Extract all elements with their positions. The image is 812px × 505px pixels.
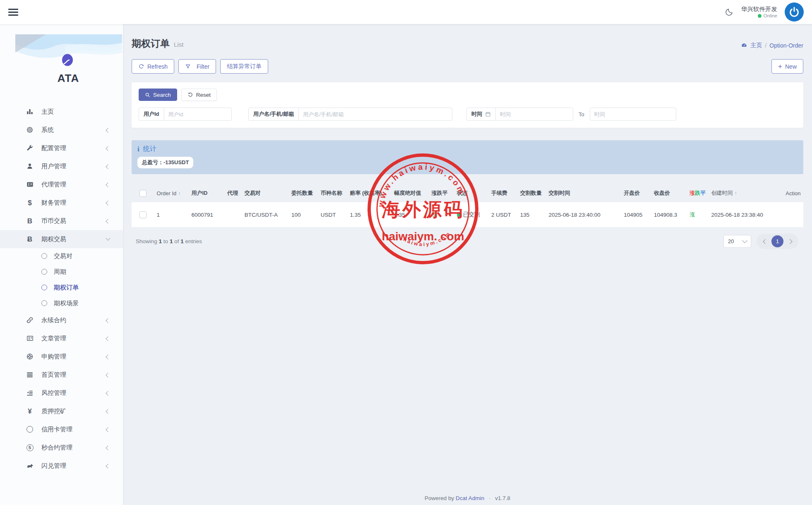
sidebar-item-homepage[interactable]: 首页管理 — [0, 366, 123, 384]
cell-updown: 涨 — [429, 202, 455, 227]
search-card: Search Reset 用户Id 用户名/手机/邮箱 时间 — [132, 82, 803, 128]
filter-button[interactable]: Filter — [178, 59, 216, 74]
refresh-button[interactable]: Refresh — [132, 59, 174, 74]
sidebar-item-label: 秒合约管理 — [41, 444, 72, 452]
entries-summary: Showing 1 to 1 of 1 entries — [136, 238, 202, 244]
sidebar-item-second-contract[interactable]: 5 秒合约管理 — [0, 438, 123, 457]
sidebar-item-credit-card[interactable]: 信用卡管理 — [0, 420, 123, 438]
cell-updown-result: 涨 — [687, 202, 709, 227]
user-name-input[interactable] — [299, 108, 452, 120]
sidebar-item-home[interactable]: 主页 — [0, 103, 123, 121]
radio-circle-icon — [41, 300, 47, 306]
sidebar-item-spot-trade[interactable]: B 币币交易 — [0, 212, 123, 230]
dashboard-icon — [741, 42, 747, 49]
radio-circle-icon — [41, 285, 47, 290]
sidebar-menu: 主页 系统 配置管理 用户管理 代理管 — [0, 103, 123, 475]
radio-circle-icon — [41, 269, 47, 275]
select-all-checkbox[interactable] — [139, 190, 147, 197]
cell-agent — [225, 202, 242, 227]
sidebar-item-label: 周期 — [54, 268, 66, 276]
sidebar-item-option-trade[interactable]: Ƀ 期权交易 — [0, 230, 123, 248]
sidebar-subitem-trading-pair[interactable]: 交易对 — [0, 248, 123, 264]
time-to-input[interactable] — [590, 108, 676, 120]
sidebar-item-system[interactable]: 系统 — [0, 121, 123, 139]
chevron-left-icon — [106, 183, 110, 187]
online-status-dot — [758, 14, 762, 18]
filter-user: 用户名/手机/邮箱 — [248, 108, 452, 121]
sidebar: ATA 主页 系统 配置管理 用户管理 — [0, 24, 123, 505]
sidebar-item-label: 风控管理 — [41, 389, 66, 397]
col-settle-amount: 交割数量 — [518, 184, 547, 202]
cell-action — [783, 202, 803, 227]
col-amplitude: 幅度绝对值 — [392, 184, 430, 202]
settle-abnormal-orders-button[interactable]: 结算异常订单 — [220, 59, 268, 74]
user-id-input[interactable] — [164, 108, 231, 120]
user-avatar[interactable] — [785, 2, 804, 22]
prev-page-button[interactable] — [759, 237, 769, 247]
link-icon — [25, 316, 35, 324]
gear-icon — [25, 126, 35, 134]
sidebar-subitem-option-orders[interactable]: 期权订单 — [0, 280, 123, 295]
search-button[interactable]: Search — [139, 89, 177, 101]
sidebar-item-config[interactable]: 配置管理 — [0, 139, 123, 157]
next-page-button[interactable] — [786, 237, 795, 247]
sidebar-item-subscription[interactable]: 申购管理 — [0, 347, 123, 366]
sidebar-item-staking[interactable]: ¥ 质押挖矿 — [0, 402, 123, 420]
letter-b-icon: B — [25, 218, 35, 225]
col-trading-pair: 交易对 — [243, 184, 289, 202]
status-dot — [457, 213, 461, 217]
sidebar-item-label: 主页 — [41, 108, 54, 116]
current-page-button[interactable]: 1 — [771, 235, 783, 247]
align-justify-icon — [25, 371, 35, 378]
statistics-title: 统计 — [143, 145, 156, 153]
chevron-left-icon — [106, 391, 110, 395]
dcat-admin-link[interactable]: Dcat Admin — [456, 495, 484, 501]
cell-currency: USDT — [319, 202, 348, 227]
sidebar-item-label: 信用卡管理 — [41, 426, 72, 433]
page-subtitle: List — [174, 41, 183, 48]
sidebar-item-label: 期权场景 — [54, 299, 79, 307]
refresh-icon — [138, 63, 144, 69]
time-from-input[interactable] — [496, 108, 573, 120]
sidebar-item-label: 质押挖矿 — [41, 407, 66, 415]
five-circle-icon: 5 — [25, 444, 35, 451]
chevron-left-icon — [106, 355, 110, 359]
main-content: 期权订单List 主页 / Option-Order Refresh Filte… — [123, 24, 812, 505]
reset-button[interactable]: Reset — [181, 89, 217, 101]
col-order-id[interactable]: Order Id↑ — [155, 184, 190, 202]
col-created-at[interactable]: 创建时间↑ — [709, 184, 783, 202]
col-agent: 代理 — [225, 184, 242, 202]
sidebar-item-agents[interactable]: 代理管理 — [0, 175, 123, 194]
sort-asc-icon[interactable]: ↑ — [734, 190, 737, 196]
sidebar-subitem-period[interactable]: 周期 — [0, 264, 123, 280]
hamburger-menu-icon[interactable] — [8, 7, 18, 17]
sidebar-subitem-option-scene[interactable]: 期权场景 — [0, 295, 123, 311]
logo-sphere-icon — [61, 54, 74, 67]
cell-fee: 2 USDT — [489, 202, 518, 227]
sidebar-item-risk[interactable]: 风控管理 — [0, 384, 123, 402]
new-button[interactable]: + New — [771, 59, 803, 74]
sidebar-item-label: 期权订单 — [54, 284, 79, 292]
brand-area: ATA — [0, 24, 123, 90]
circle-icon — [25, 426, 35, 433]
chevron-left-icon — [106, 409, 110, 413]
row-checkbox[interactable] — [139, 211, 147, 218]
page-size-select[interactable]: 20 — [723, 235, 751, 248]
sidebar-item-articles[interactable]: 文章管理 — [0, 329, 123, 347]
undo-icon — [187, 92, 193, 98]
sidebar-item-users[interactable]: 用户管理 — [0, 157, 123, 175]
search-icon — [145, 92, 150, 98]
cell-amplitude: 1.35 — [392, 202, 430, 227]
chevron-left-icon — [106, 219, 110, 223]
col-open-price: 开盘价 — [622, 184, 652, 202]
table-header-row: Order Id↑ 用户ID 代理 交易对 委托数量 币种名称 赔率 (收益率)… — [132, 184, 803, 202]
chevron-left-icon — [106, 201, 110, 205]
sidebar-item-finance[interactable]: $ 财务管理 — [0, 194, 123, 212]
sidebar-item-label: 代理管理 — [41, 181, 66, 189]
dark-mode-moon-icon[interactable] — [725, 7, 734, 17]
breadcrumb-home[interactable]: 主页 — [750, 42, 762, 49]
sidebar-item-perpetual[interactable]: 永续合约 — [0, 311, 123, 329]
sidebar-item-flash-swap[interactable]: 闪兑管理 — [0, 457, 123, 475]
chevron-left-icon — [106, 318, 110, 322]
sort-asc-icon[interactable]: ↑ — [178, 191, 180, 196]
